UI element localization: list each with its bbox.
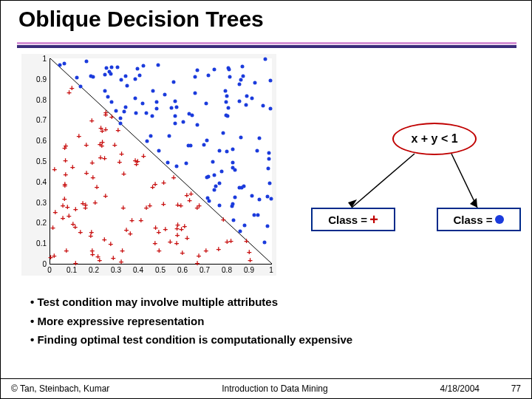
- scatter-point-plus: +: [89, 248, 95, 253]
- scatter-point-plus: +: [163, 227, 168, 231]
- scatter-point-plus: +: [195, 261, 200, 265]
- scatter-point-dot: [115, 109, 118, 112]
- bullet-item: • More expressive representation: [30, 314, 352, 329]
- scatter-point-dot: [63, 62, 66, 66]
- scatter-point-plus: +: [66, 214, 72, 218]
- scatter-point-plus: +: [216, 247, 222, 251]
- scatter-point-dot: [137, 73, 141, 77]
- scatter-point-plus: +: [63, 172, 68, 177]
- y-tick-label: 0.5: [21, 157, 47, 166]
- scatter-point-dot: [265, 224, 269, 228]
- scatter-point-dot: [257, 198, 261, 202]
- scatter-point-plus: +: [72, 225, 78, 229]
- scatter-point-plus: +: [248, 258, 253, 262]
- scatter-point-dot: [238, 83, 242, 86]
- scatter-point-dot: [110, 100, 114, 103]
- scatter-point-plus: +: [92, 200, 98, 205]
- y-tick-label: 0: [21, 260, 47, 268]
- scatter-point-dot: [195, 68, 199, 72]
- scatter-point-plus: +: [168, 239, 173, 244]
- scatter-point-dot: [228, 75, 231, 79]
- scatter-point-dot: [155, 100, 159, 103]
- scatter-point-dot: [242, 74, 245, 78]
- scatter-point-dot: [269, 197, 273, 200]
- scatter-point-dot: [221, 132, 225, 135]
- scatter-point-plus: +: [70, 165, 75, 169]
- scatter-point-plus: +: [73, 207, 78, 211]
- x-tick-label: 0.4: [133, 266, 143, 274]
- scatter-point-plus: +: [73, 261, 78, 265]
- y-tick-label: 1: [21, 55, 47, 63]
- scatter-point-dot: [169, 106, 173, 110]
- scatter-point-dot: [224, 100, 228, 104]
- scatter-point-dot: [144, 111, 148, 115]
- scatter-point-plus: +: [103, 112, 109, 117]
- scatter-point-dot: [185, 161, 188, 165]
- x-tick-label: 1: [269, 266, 273, 274]
- scatter-point-plus: +: [197, 253, 202, 258]
- scatter-point-dot: [226, 106, 230, 109]
- bullet-text: More expressive representation: [37, 315, 204, 327]
- scatter-point-dot: [217, 204, 221, 208]
- scatter-point-dot: [239, 230, 242, 233]
- scatter-point-dot: [126, 83, 129, 87]
- scatter-point-dot: [194, 91, 197, 95]
- scatter-point-dot: [109, 65, 113, 69]
- scatter-point-dot: [245, 103, 248, 107]
- scatter-point-plus: +: [153, 182, 158, 186]
- scatter-point-plus: +: [61, 203, 66, 208]
- scatter-point-dot: [75, 75, 79, 79]
- scatter-point-plus: +: [111, 256, 116, 260]
- scatter-point-dot: [174, 99, 177, 103]
- scatter-point-dot: [173, 121, 177, 125]
- bullet-item: • Test condition may involve multiple at…: [30, 295, 352, 310]
- scatter-point-dot: [214, 184, 218, 188]
- scatter-point-plus: +: [52, 210, 58, 214]
- scatter-point-plus: +: [185, 236, 190, 240]
- scatter-point-dot: [257, 137, 261, 140]
- scatter-point-plus: +: [204, 248, 209, 253]
- scatter-point-dot: [105, 66, 109, 69]
- scatter-point-dot: [256, 149, 259, 152]
- x-tick-label: 0.7: [200, 266, 210, 274]
- scatter-point-dot: [149, 134, 152, 137]
- scatter-point-dot: [181, 120, 185, 123]
- scatter-point-dot: [196, 123, 200, 126]
- decision-tree: x + y < 1 Class = + Class =: [304, 123, 525, 270]
- scatter-point-dot: [151, 114, 154, 117]
- y-tick-label: 0.9: [21, 75, 47, 83]
- tree-leaf-dot: Class =: [437, 208, 521, 231]
- footer-copyright: © Tan, Steinbach, Kumar: [11, 383, 159, 394]
- scatter-point-dot: [265, 194, 269, 198]
- scatter-point-dot: [231, 161, 235, 165]
- scatter-point-plus: +: [63, 158, 68, 163]
- x-tick-label: 0.2: [89, 266, 99, 274]
- scatter-point-dot: [266, 167, 270, 171]
- x-tick-label: 0.9: [244, 266, 254, 274]
- scatter-point-dot: [268, 181, 272, 185]
- scatter-point-plus: +: [69, 86, 75, 90]
- x-tick-label: 0.6: [177, 266, 188, 274]
- scatter-point-dot: [122, 110, 126, 114]
- x-tick-label: 0: [47, 266, 52, 274]
- scatter-point-plus: +: [141, 154, 146, 158]
- scatter-point-plus: +: [134, 162, 139, 166]
- scatter-point-dot: [263, 57, 267, 61]
- scatter-point-dot: [133, 77, 137, 81]
- scatter-point-dot: [225, 149, 229, 153]
- scatter-point-dot: [120, 78, 123, 81]
- scatter-point-dot: [156, 63, 160, 66]
- scatter-point-dot: [225, 95, 229, 98]
- footer-page: 77: [480, 383, 521, 394]
- scatter-point-dot: [103, 89, 107, 92]
- scatter-point-dot: [123, 75, 127, 78]
- y-tick-label: 0.3: [21, 199, 47, 207]
- plot-area: ++++++++++++++++++++++++++++++++++++++++…: [50, 58, 272, 265]
- scatter-point-plus: +: [89, 160, 95, 165]
- scatter-point-dot: [245, 94, 248, 98]
- scatter-point-dot: [146, 139, 149, 143]
- scatter-point-plus: +: [120, 248, 125, 253]
- scatter-point-plus: +: [174, 241, 180, 245]
- scatter-point-dot: [141, 64, 145, 67]
- scatter-point-plus: +: [117, 160, 122, 164]
